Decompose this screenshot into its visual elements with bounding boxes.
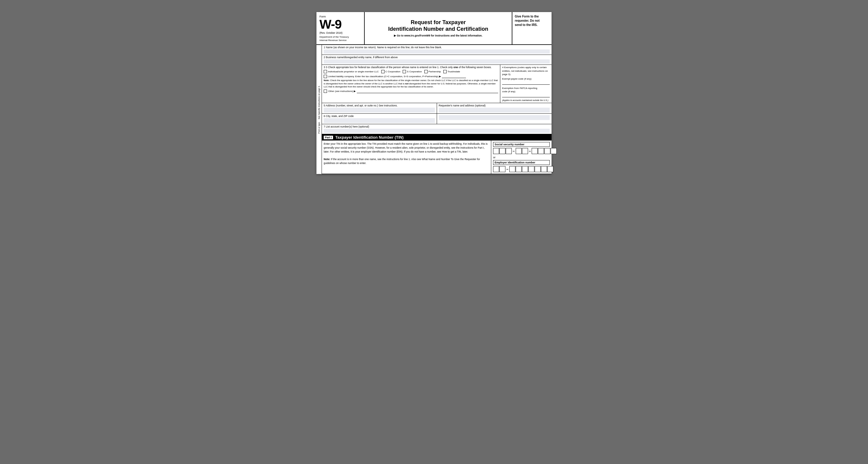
ssn-group2 bbox=[516, 148, 528, 154]
field6-area: 6 City, state, and ZIP code bbox=[322, 114, 437, 124]
cb-ccorp-label: C Corporation bbox=[385, 70, 401, 73]
cb-ccorp-box[interactable] bbox=[381, 70, 384, 73]
ein-cell-4[interactable] bbox=[516, 166, 522, 172]
ssn-cell-6[interactable] bbox=[532, 148, 538, 154]
field1-input[interactable] bbox=[324, 50, 550, 54]
cb-scorp-box[interactable] bbox=[403, 70, 406, 73]
ssn-boxes: – – bbox=[493, 148, 550, 154]
ssn-label: Social security number bbox=[493, 142, 550, 147]
cb-partnership-label: Partnership bbox=[429, 70, 441, 73]
header-right: Give Form to the requester. Do not send … bbox=[513, 12, 552, 44]
ein-cell-9[interactable] bbox=[547, 166, 553, 172]
row3-area: 3 3 Check appropriate box for federal ta… bbox=[322, 65, 552, 103]
llc-label: Limited liability company. Enter the tax… bbox=[328, 75, 441, 78]
ssn-cell-2[interactable] bbox=[499, 148, 505, 154]
form-body: Print or type. See Specific Instructions… bbox=[316, 45, 552, 174]
note-text: Note: Check the appropriate box in the l… bbox=[324, 79, 498, 89]
ein-cell-8[interactable] bbox=[541, 166, 547, 172]
header-left: Form W-9 (Rev. October 2018) Department … bbox=[316, 12, 365, 44]
llc-input[interactable] bbox=[442, 74, 466, 78]
cb-trust: Trust/estate bbox=[443, 70, 460, 73]
field5-input[interactable] bbox=[324, 107, 435, 113]
part1-body: Enter your TIN in the appropriate box. T… bbox=[322, 141, 552, 174]
ein-group2 bbox=[509, 166, 553, 172]
row3-left: 3 3 Check appropriate box for federal ta… bbox=[322, 65, 500, 103]
other-label: Other (see instructions) ▶ bbox=[328, 90, 355, 93]
cb-individual: Individual/sole proprietor or single-mem… bbox=[324, 70, 379, 73]
cb-trust-label: Trust/estate bbox=[447, 70, 460, 73]
cb-partnership: Partnership bbox=[424, 70, 441, 73]
ssn-cell-5[interactable] bbox=[522, 148, 528, 154]
field7-row: 7 List account number(s) here (optional) bbox=[322, 124, 552, 134]
ssn-cell-4[interactable] bbox=[516, 148, 522, 154]
ssn-cell-1[interactable] bbox=[493, 148, 499, 154]
part1-note: Note: If the account is in more than one… bbox=[324, 157, 489, 165]
header-title: Request for Taxpayer Identification Numb… bbox=[388, 19, 488, 32]
ssn-cell-8[interactable] bbox=[544, 148, 550, 154]
requester-input[interactable] bbox=[439, 107, 550, 113]
field7-input[interactable] bbox=[324, 129, 550, 133]
cb-ccorp: C Corporation bbox=[381, 70, 401, 73]
header-center: Request for Taxpayer Identification Numb… bbox=[365, 12, 513, 44]
part1-left: Enter your TIN in the appropriate box. T… bbox=[322, 141, 491, 174]
fatca-label: Exemption from FATCA reporting code (if … bbox=[502, 87, 550, 93]
field6-input[interactable] bbox=[324, 118, 435, 123]
field2-row: 2 Business name/disregarded entity name,… bbox=[322, 55, 552, 65]
side-label-text: Print or type. See Specific Instructions… bbox=[318, 86, 320, 133]
field5-area: 5 Address (number, street, and apt. or s… bbox=[322, 103, 437, 113]
ssn-group3 bbox=[532, 148, 557, 154]
requester-addr-input[interactable] bbox=[439, 115, 550, 120]
fatca-input[interactable] bbox=[502, 94, 550, 97]
part1-title: Taxpayer Identification Number (TIN) bbox=[336, 135, 404, 140]
city-row: 6 City, state, and ZIP code bbox=[322, 114, 552, 124]
w9-form: Form W-9 (Rev. October 2018) Department … bbox=[316, 12, 552, 174]
addr-row: 5 Address (number, street, and apt. or s… bbox=[322, 103, 552, 114]
ein-cell-2[interactable] bbox=[499, 166, 505, 172]
checkboxes-row: Individual/sole proprietor or single-mem… bbox=[324, 70, 498, 73]
part1-body-text: Enter your TIN in the appropriate box. T… bbox=[324, 142, 489, 153]
ssn-dash2: – bbox=[529, 149, 531, 153]
ssn-dash1: – bbox=[513, 149, 515, 153]
or-text: or bbox=[493, 156, 550, 159]
applies-text: (Applies to accounts maintained outside … bbox=[502, 99, 550, 102]
requester-area: Requester's name and address (optional) bbox=[437, 103, 552, 113]
ein-boxes: – bbox=[493, 166, 550, 172]
ein-label: Employer identification number bbox=[493, 160, 550, 165]
part1-header: Part I Taxpayer Identification Number (T… bbox=[322, 134, 552, 141]
llc-row: Limited liability company. Enter the tax… bbox=[324, 74, 498, 78]
cb-partnership-box[interactable] bbox=[424, 70, 428, 73]
requester-addr-area bbox=[437, 114, 552, 124]
cb-individual-label: Individual/sole proprietor or single-mem… bbox=[328, 70, 379, 73]
cb-llc-box[interactable] bbox=[324, 75, 327, 78]
ein-cell-7[interactable] bbox=[535, 166, 541, 172]
other-input[interactable] bbox=[357, 90, 498, 93]
side-label: Print or type. See Specific Instructions… bbox=[316, 45, 322, 174]
ssn-cell-3[interactable] bbox=[506, 148, 512, 154]
header-subtitle: ▶ Go to www.irs.gov/FormW9 for instructi… bbox=[394, 34, 482, 37]
ssn-cell-7[interactable] bbox=[538, 148, 544, 154]
ein-cell-5[interactable] bbox=[522, 166, 528, 172]
row3-right: 4 Exemptions (codes apply only to certai… bbox=[500, 65, 552, 103]
ein-cell-6[interactable] bbox=[528, 166, 534, 172]
ein-group1 bbox=[493, 166, 505, 172]
form-rev: (Rev. October 2018) bbox=[319, 31, 361, 34]
ssn-cell-9[interactable] bbox=[551, 148, 557, 154]
ssn-group1 bbox=[493, 148, 512, 154]
cb-other-box[interactable] bbox=[324, 90, 327, 93]
field2-label: 2 Business name/disregarded entity name,… bbox=[324, 56, 550, 59]
field7-label: 7 List account number(s) here (optional) bbox=[324, 125, 550, 128]
form-dept: Department of the Treasury Internal Reve… bbox=[319, 35, 361, 42]
field1-label: 1 Name (as shown on your income tax retu… bbox=[324, 46, 550, 49]
ein-cell-1[interactable] bbox=[493, 166, 499, 172]
exemptions-label: 4 Exemptions (codes apply only to certai… bbox=[502, 66, 550, 76]
ein-cell-3[interactable] bbox=[509, 166, 516, 172]
exempt-payee-input[interactable] bbox=[502, 81, 550, 85]
part1-right: Social security number – – bbox=[491, 141, 552, 174]
cb-trust-box[interactable] bbox=[443, 70, 447, 73]
cb-scorp-label: S Corporation bbox=[407, 70, 422, 73]
cb-individual-box[interactable] bbox=[324, 70, 327, 73]
field6-label: 6 City, state, and ZIP code bbox=[324, 115, 435, 118]
field2-input[interactable] bbox=[324, 59, 550, 64]
other-row: Other (see instructions) ▶ bbox=[324, 90, 498, 93]
exempt-payee-label: Exempt payee code (if any) bbox=[502, 77, 550, 81]
